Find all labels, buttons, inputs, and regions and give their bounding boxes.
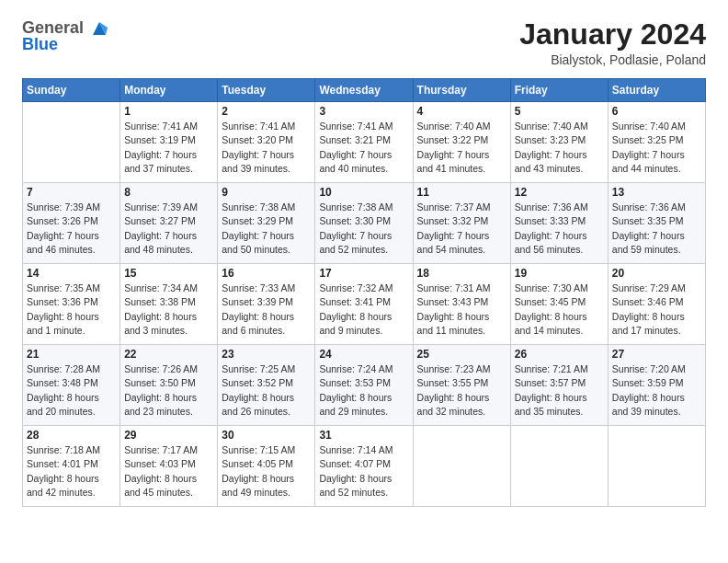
- day-info: Sunrise: 7:29 AM Sunset: 3:46 PM Dayligh…: [612, 282, 701, 338]
- day-header-thursday: Thursday: [413, 79, 510, 102]
- calendar-cell: [413, 426, 510, 507]
- day-number: 9: [222, 186, 311, 199]
- day-info: Sunrise: 7:21 AM Sunset: 3:57 PM Dayligh…: [515, 362, 604, 419]
- day-number: 3: [319, 105, 408, 118]
- calendar-cell: 31Sunrise: 7:14 AM Sunset: 4:07 PM Dayli…: [315, 426, 413, 507]
- day-info: Sunrise: 7:18 AM Sunset: 4:01 PM Dayligh…: [27, 443, 116, 500]
- day-number: 6: [612, 105, 701, 118]
- day-number: 21: [27, 348, 116, 361]
- logo-line1: General: [22, 18, 84, 37]
- calendar-week-row: 28Sunrise: 7:18 AM Sunset: 4:01 PM Dayli…: [23, 426, 706, 507]
- calendar-week-row: 21Sunrise: 7:28 AM Sunset: 3:48 PM Dayli…: [23, 345, 706, 426]
- calendar-cell: 20Sunrise: 7:29 AM Sunset: 3:46 PM Dayli…: [608, 264, 705, 345]
- day-info: Sunrise: 7:39 AM Sunset: 3:26 PM Dayligh…: [27, 201, 116, 257]
- calendar-cell: [510, 426, 608, 507]
- calendar-cell: 29Sunrise: 7:17 AM Sunset: 4:03 PM Dayli…: [120, 426, 218, 507]
- calendar-cell: 11Sunrise: 7:37 AM Sunset: 3:32 PM Dayli…: [413, 183, 510, 264]
- day-number: 28: [27, 429, 116, 442]
- day-info: Sunrise: 7:38 AM Sunset: 3:29 PM Dayligh…: [222, 201, 311, 257]
- calendar-cell: 27Sunrise: 7:20 AM Sunset: 3:59 PM Dayli…: [608, 345, 705, 426]
- day-info: Sunrise: 7:14 AM Sunset: 4:07 PM Dayligh…: [319, 443, 408, 500]
- calendar-cell: 28Sunrise: 7:18 AM Sunset: 4:01 PM Dayli…: [23, 426, 120, 507]
- calendar-cell: 8Sunrise: 7:39 AM Sunset: 3:27 PM Daylig…: [120, 183, 218, 264]
- day-info: Sunrise: 7:40 AM Sunset: 3:25 PM Dayligh…: [612, 120, 701, 176]
- location-subtitle: Bialystok, Podlasie, Poland: [519, 52, 706, 67]
- page: General Blue January 2024 Bialystok, Pod…: [0, 0, 728, 563]
- calendar-cell: 5Sunrise: 7:40 AM Sunset: 3:23 PM Daylig…: [510, 102, 608, 183]
- day-number: 19: [515, 267, 604, 280]
- day-number: 23: [222, 348, 311, 361]
- logo-line2: Blue: [22, 35, 58, 53]
- day-info: Sunrise: 7:41 AM Sunset: 3:20 PM Dayligh…: [222, 120, 311, 176]
- day-number: 22: [124, 348, 213, 361]
- day-number: 27: [612, 348, 701, 361]
- day-info: Sunrise: 7:31 AM Sunset: 3:43 PM Dayligh…: [417, 282, 506, 338]
- day-number: 20: [612, 267, 701, 280]
- day-info: Sunrise: 7:36 AM Sunset: 3:35 PM Dayligh…: [612, 201, 701, 257]
- day-number: 7: [27, 186, 116, 199]
- day-number: 17: [319, 267, 408, 280]
- calendar-cell: 15Sunrise: 7:34 AM Sunset: 3:38 PM Dayli…: [120, 264, 218, 345]
- day-number: 5: [515, 105, 604, 118]
- calendar-cell: 13Sunrise: 7:36 AM Sunset: 3:35 PM Dayli…: [608, 183, 705, 264]
- day-info: Sunrise: 7:23 AM Sunset: 3:55 PM Dayligh…: [417, 362, 506, 419]
- day-info: Sunrise: 7:41 AM Sunset: 3:21 PM Dayligh…: [319, 120, 408, 176]
- day-number: 8: [124, 186, 213, 199]
- day-number: 24: [319, 348, 408, 361]
- day-number: 26: [515, 348, 604, 361]
- day-number: 31: [319, 429, 408, 442]
- calendar-cell: 25Sunrise: 7:23 AM Sunset: 3:55 PM Dayli…: [413, 345, 510, 426]
- day-info: Sunrise: 7:38 AM Sunset: 3:30 PM Dayligh…: [319, 201, 408, 257]
- calendar-week-row: 14Sunrise: 7:35 AM Sunset: 3:36 PM Dayli…: [23, 264, 706, 345]
- header: General Blue January 2024 Bialystok, Pod…: [22, 18, 706, 67]
- calendar-cell: 24Sunrise: 7:24 AM Sunset: 3:53 PM Dayli…: [315, 345, 413, 426]
- calendar-cell: 2Sunrise: 7:41 AM Sunset: 3:20 PM Daylig…: [218, 102, 315, 183]
- day-header-sunday: Sunday: [23, 79, 120, 102]
- calendar-cell: 7Sunrise: 7:39 AM Sunset: 3:26 PM Daylig…: [23, 183, 120, 264]
- day-info: Sunrise: 7:33 AM Sunset: 3:39 PM Dayligh…: [222, 282, 311, 338]
- day-info: Sunrise: 7:30 AM Sunset: 3:45 PM Dayligh…: [515, 282, 604, 338]
- calendar-cell: 12Sunrise: 7:36 AM Sunset: 3:33 PM Dayli…: [510, 183, 608, 264]
- day-number: 18: [417, 267, 506, 280]
- calendar-cell: 30Sunrise: 7:15 AM Sunset: 4:05 PM Dayli…: [218, 426, 315, 507]
- calendar-cell: [608, 426, 705, 507]
- calendar-cell: 23Sunrise: 7:25 AM Sunset: 3:52 PM Dayli…: [218, 345, 315, 426]
- day-number: 10: [319, 186, 408, 199]
- calendar-cell: 9Sunrise: 7:38 AM Sunset: 3:29 PM Daylig…: [218, 183, 315, 264]
- day-info: Sunrise: 7:37 AM Sunset: 3:32 PM Dayligh…: [417, 201, 506, 257]
- day-info: Sunrise: 7:28 AM Sunset: 3:48 PM Dayligh…: [27, 362, 116, 419]
- calendar-week-row: 1Sunrise: 7:41 AM Sunset: 3:19 PM Daylig…: [23, 102, 706, 183]
- calendar-table: SundayMondayTuesdayWednesdayThursdayFrid…: [22, 78, 706, 507]
- logo-icon: [89, 18, 109, 39]
- day-info: Sunrise: 7:40 AM Sunset: 3:22 PM Dayligh…: [417, 120, 506, 176]
- day-number: 4: [417, 105, 506, 118]
- day-number: 11: [417, 186, 506, 199]
- day-info: Sunrise: 7:34 AM Sunset: 3:38 PM Dayligh…: [124, 282, 213, 338]
- day-info: Sunrise: 7:32 AM Sunset: 3:41 PM Dayligh…: [319, 282, 408, 338]
- day-number: 14: [27, 267, 116, 280]
- day-number: 15: [124, 267, 213, 280]
- calendar-cell: 18Sunrise: 7:31 AM Sunset: 3:43 PM Dayli…: [413, 264, 510, 345]
- calendar-cell: 19Sunrise: 7:30 AM Sunset: 3:45 PM Dayli…: [510, 264, 608, 345]
- day-info: Sunrise: 7:40 AM Sunset: 3:23 PM Dayligh…: [515, 120, 604, 176]
- day-number: 25: [417, 348, 506, 361]
- day-header-friday: Friday: [510, 79, 608, 102]
- day-header-monday: Monday: [120, 79, 218, 102]
- day-header-wednesday: Wednesday: [315, 79, 413, 102]
- calendar-cell: 21Sunrise: 7:28 AM Sunset: 3:48 PM Dayli…: [23, 345, 120, 426]
- day-info: Sunrise: 7:39 AM Sunset: 3:27 PM Dayligh…: [124, 201, 213, 257]
- day-number: 16: [222, 267, 311, 280]
- day-number: 1: [124, 105, 213, 118]
- calendar-header-row: SundayMondayTuesdayWednesdayThursdayFrid…: [23, 79, 706, 102]
- calendar-cell: 1Sunrise: 7:41 AM Sunset: 3:19 PM Daylig…: [120, 102, 218, 183]
- day-header-tuesday: Tuesday: [218, 79, 315, 102]
- day-number: 29: [124, 429, 213, 442]
- day-info: Sunrise: 7:36 AM Sunset: 3:33 PM Dayligh…: [515, 201, 604, 257]
- calendar-cell: 17Sunrise: 7:32 AM Sunset: 3:41 PM Dayli…: [315, 264, 413, 345]
- day-number: 12: [515, 186, 604, 199]
- calendar-cell: 16Sunrise: 7:33 AM Sunset: 3:39 PM Dayli…: [218, 264, 315, 345]
- day-info: Sunrise: 7:35 AM Sunset: 3:36 PM Dayligh…: [27, 282, 116, 338]
- calendar-cell: [23, 102, 120, 183]
- calendar-cell: 3Sunrise: 7:41 AM Sunset: 3:21 PM Daylig…: [315, 102, 413, 183]
- day-number: 2: [222, 105, 311, 118]
